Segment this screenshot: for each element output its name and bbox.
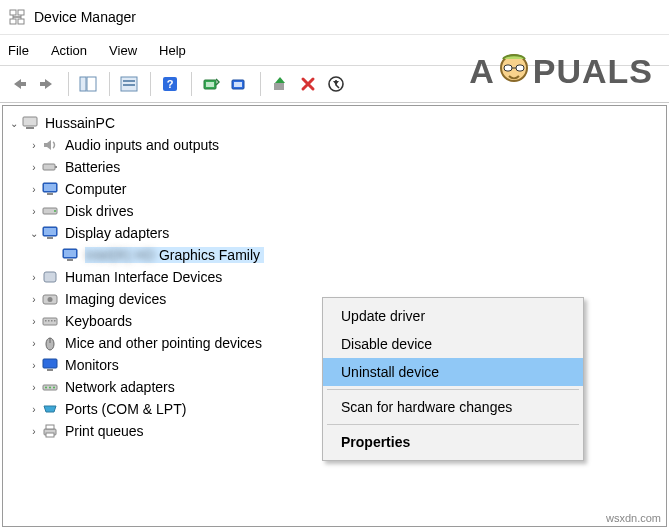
tree-item-computer[interactable]: › Computer <box>7 178 662 200</box>
expand-icon[interactable]: › <box>27 426 41 437</box>
collapse-icon[interactable]: ⌄ <box>27 228 41 239</box>
svg-rect-32 <box>44 272 56 282</box>
tree-item-label: Display adapters <box>65 225 169 241</box>
tree-root[interactable]: ⌄ HussainPC <box>7 112 662 134</box>
menubar: File Action View Help <box>0 35 669 66</box>
help-button[interactable]: ? <box>157 71 183 97</box>
tree-item-label: Disk drives <box>65 203 133 219</box>
context-menu-separator <box>327 424 579 425</box>
expand-icon[interactable]: › <box>27 162 41 173</box>
expand-icon[interactable]: › <box>27 404 41 415</box>
device-manager-window: Device Manager File Action View Help ? <box>0 0 669 530</box>
svg-rect-42 <box>43 359 57 368</box>
menu-view[interactable]: View <box>109 43 137 58</box>
svg-rect-7 <box>123 80 135 82</box>
tree-item-label: Monitors <box>65 357 119 373</box>
svg-rect-12 <box>206 82 214 87</box>
tree-item-display-adapters[interactable]: ⌄ Display adapters <box>7 222 662 244</box>
tree-item-label: Audio inputs and outputs <box>65 137 219 153</box>
disk-icon <box>41 202 59 220</box>
context-menu-scan-hardware[interactable]: Scan for hardware changes <box>323 393 583 421</box>
uninstall-device-button[interactable] <box>295 71 321 97</box>
tree-item-audio[interactable]: › Audio inputs and outputs <box>7 134 662 156</box>
menu-help[interactable]: Help <box>159 43 186 58</box>
menu-action[interactable]: Action <box>51 43 87 58</box>
keyboard-icon <box>41 312 59 330</box>
display-adapter-icon <box>41 224 59 242</box>
toolbar-separator <box>150 72 151 96</box>
svg-rect-28 <box>47 237 53 239</box>
context-menu: Update driver Disable device Uninstall d… <box>322 297 584 461</box>
svg-point-45 <box>45 387 47 389</box>
toolbar: ? <box>0 66 669 103</box>
scan-hardware-button[interactable] <box>198 71 224 97</box>
tree-item-label: Network adapters <box>65 379 175 395</box>
tree-item-label: Print queues <box>65 423 144 439</box>
context-menu-properties[interactable]: Properties <box>323 428 583 456</box>
properties-button[interactable] <box>116 71 142 97</box>
tree-item-label: Ports (COM & LPT) <box>65 401 186 417</box>
context-menu-uninstall-device[interactable]: Uninstall device <box>323 358 583 386</box>
monitor-icon <box>41 356 59 374</box>
svg-rect-23 <box>47 193 53 195</box>
back-button[interactable] <box>6 71 32 97</box>
expand-icon[interactable]: › <box>27 294 41 305</box>
toolbar-separator <box>68 72 69 96</box>
toolbar-separator <box>109 72 110 96</box>
svg-point-34 <box>48 297 53 302</box>
expand-icon[interactable]: › <box>27 140 41 151</box>
titlebar: Device Manager <box>0 0 669 35</box>
mouse-icon <box>41 334 59 352</box>
svg-point-25 <box>54 210 56 212</box>
context-menu-disable-device[interactable]: Disable device <box>323 330 583 358</box>
svg-rect-22 <box>44 184 56 191</box>
svg-rect-31 <box>67 259 73 261</box>
svg-rect-49 <box>46 425 54 429</box>
expand-icon[interactable]: › <box>27 338 41 349</box>
tree-item-hid[interactable]: › Human Interface Devices <box>7 266 662 288</box>
expand-icon[interactable]: › <box>27 184 41 195</box>
network-icon <box>41 378 59 396</box>
computer-root-icon <box>21 114 39 132</box>
display-adapter-icon <box>61 246 79 264</box>
speaker-icon <box>41 136 59 154</box>
window-title: Device Manager <box>34 9 136 25</box>
tree-item-batteries[interactable]: › Batteries <box>7 156 662 178</box>
redacted-text: Intel(R) HD <box>85 247 155 263</box>
tree-root-label: HussainPC <box>45 115 115 131</box>
svg-rect-50 <box>46 433 54 437</box>
svg-rect-37 <box>48 320 50 322</box>
menu-file[interactable]: File <box>8 43 29 58</box>
camera-icon <box>41 290 59 308</box>
tree-item-disks[interactable]: › Disk drives <box>7 200 662 222</box>
tree-item-label: Computer <box>65 181 126 197</box>
tree-item-label: Human Interface Devices <box>65 269 222 285</box>
show-hide-console-tree-button[interactable] <box>75 71 101 97</box>
enable-device-button[interactable] <box>267 71 293 97</box>
hid-icon <box>41 268 59 286</box>
svg-point-46 <box>49 387 51 389</box>
monitor-icon <box>41 180 59 198</box>
update-driver-button[interactable] <box>226 71 252 97</box>
expand-icon[interactable]: › <box>27 360 41 371</box>
expand-icon[interactable]: › <box>27 316 41 327</box>
tree-item-label: Mice and other pointing devices <box>65 335 262 351</box>
expand-icon[interactable]: › <box>27 382 41 393</box>
forward-button[interactable] <box>34 71 60 97</box>
expand-icon[interactable]: › <box>27 206 41 217</box>
svg-rect-1 <box>18 10 24 15</box>
svg-rect-30 <box>64 250 76 257</box>
disable-device-button[interactable] <box>323 71 349 97</box>
expand-icon[interactable]: › <box>27 272 41 283</box>
context-menu-update-driver[interactable]: Update driver <box>323 302 583 330</box>
svg-rect-2 <box>10 19 16 24</box>
toolbar-separator <box>260 72 261 96</box>
expand-icon[interactable]: ⌄ <box>7 118 21 129</box>
printer-icon <box>41 422 59 440</box>
svg-rect-39 <box>54 320 56 322</box>
svg-rect-20 <box>55 166 57 168</box>
svg-rect-4 <box>80 77 86 91</box>
svg-rect-27 <box>44 228 56 235</box>
serial-port-icon <box>41 400 59 418</box>
tree-item-gpu[interactable]: Intel(R) HD Graphics Family <box>7 244 662 266</box>
